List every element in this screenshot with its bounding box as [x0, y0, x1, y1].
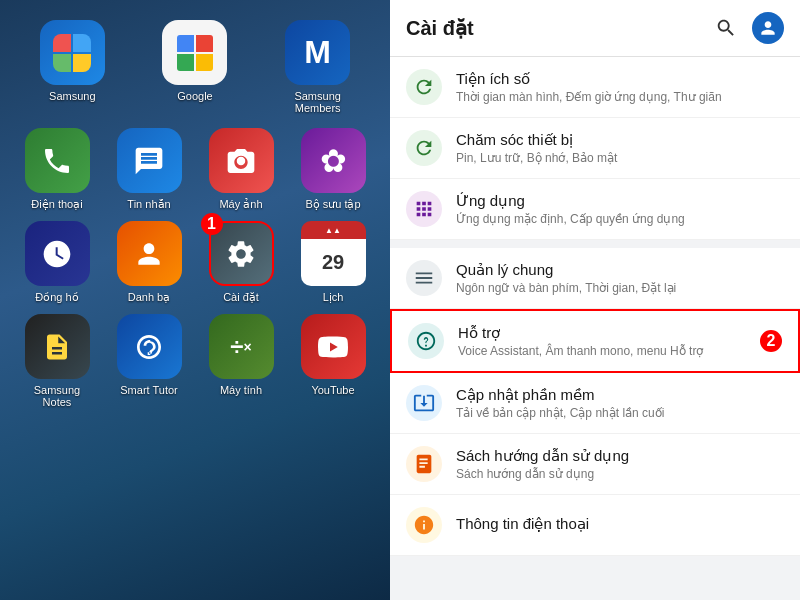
smart-tutor-icon: [117, 314, 182, 379]
user-avatar[interactable]: [752, 12, 784, 44]
app-row-1: Samsung Google M SamsungMembers: [10, 20, 380, 114]
app-row-4: SamsungNotes Smart Tutor ÷× Máy tính You…: [10, 314, 380, 408]
google-grid: [177, 35, 213, 71]
cham-soc-subtitle: Pin, Lưu trữ, Bộ nhớ, Bảo mật: [456, 151, 784, 165]
settings-item-sach-huong-dan[interactable]: Sách hướng dẫn sử dụng Sách hướng dẫn sử…: [390, 434, 800, 495]
ho-tro-title: Hỗ trợ: [458, 324, 742, 342]
settings-header: Cài đặt: [390, 0, 800, 57]
ung-dung-subtitle: Ứng dụng mặc định, Cấp quyền ứng dụng: [456, 212, 784, 226]
messages-icon: [117, 128, 182, 193]
camera-label: Máy ảnh: [219, 198, 262, 211]
app-notes[interactable]: SamsungNotes: [15, 314, 99, 408]
thong-tin-title: Thông tin điện thoại: [456, 515, 784, 533]
tien-ich-so-content: Tiện ích số Thời gian màn hình, Đếm giờ …: [456, 70, 784, 104]
app-samsung[interactable]: Samsung: [15, 20, 130, 114]
clock-label: Đồng hồ: [35, 291, 78, 304]
clock-icon: [25, 221, 90, 286]
ung-dung-content: Ứng dụng Ứng dụng mặc định, Cấp quyền ứn…: [456, 192, 784, 226]
contacts-label: Danh bạ: [128, 291, 170, 304]
quan-ly-content: Quản lý chung Ngôn ngữ và bàn phím, Thời…: [456, 261, 784, 295]
calendar-label: Lịch: [323, 291, 344, 304]
cap-nhat-subtitle: Tải về bản cập nhật, Cập nhật lần cuối: [456, 406, 784, 420]
app-clock[interactable]: Đồng hồ: [15, 221, 99, 304]
app-camera[interactable]: Máy ảnh: [199, 128, 283, 211]
samsung-members-label: SamsungMembers: [294, 90, 340, 114]
app-settings[interactable]: 1 Cài đặt: [199, 221, 283, 304]
settings-item-tien-ich-so[interactable]: Tiện ích số Thời gian màn hình, Đếm giờ …: [390, 57, 800, 118]
settings-item-thong-tin[interactable]: Thông tin điện thoại: [390, 495, 800, 556]
thong-tin-content: Thông tin điện thoại: [456, 515, 784, 535]
calculator-label: Máy tính: [220, 384, 262, 396]
app-messages[interactable]: Tin nhắn: [107, 128, 191, 211]
youtube-label: YouTube: [311, 384, 354, 396]
notes-label: SamsungNotes: [34, 384, 80, 408]
google-label: Google: [177, 90, 212, 102]
ho-tro-subtitle: Voice Assistant, Âm thanh mono, menu Hỗ …: [458, 344, 742, 358]
tien-ich-so-subtitle: Thời gian màn hình, Đếm giờ ứng dụng, Th…: [456, 90, 784, 104]
home-screen: Samsung Google M SamsungMembers Điện tho…: [0, 0, 390, 600]
settings-label: Cài đặt: [223, 291, 259, 304]
settings-panel: Cài đặt Tiện ích số Thời gian màn hình, …: [390, 0, 800, 600]
tien-ich-so-icon: [406, 69, 442, 105]
ho-tro-icon: [408, 323, 444, 359]
app-youtube[interactable]: YouTube: [291, 314, 375, 408]
app-gallery[interactable]: ✿ Bộ sưu tập: [291, 128, 375, 211]
gallery-label: Bộ sưu tập: [305, 198, 360, 211]
settings-item-cap-nhat[interactable]: Cập nhật phần mềm Tải về bản cập nhật, C…: [390, 373, 800, 434]
smart-tutor-label: Smart Tutor: [120, 384, 177, 396]
ung-dung-icon: [406, 191, 442, 227]
settings-item-cham-soc[interactable]: Chăm sóc thiết bị Pin, Lưu trữ, Bộ nhớ, …: [390, 118, 800, 179]
cham-soc-title: Chăm sóc thiết bị: [456, 131, 784, 149]
sach-huong-dan-subtitle: Sách hướng dẫn sử dụng: [456, 467, 784, 481]
google-icon: [162, 20, 227, 85]
youtube-icon: [301, 314, 366, 379]
samsung-label: Samsung: [49, 90, 95, 102]
notes-icon: [25, 314, 90, 379]
camera-icon: [209, 128, 274, 193]
settings-item-ho-tro[interactable]: Hỗ trợ Voice Assistant, Âm thanh mono, m…: [390, 309, 800, 373]
settings-list: Tiện ích số Thời gian màn hình, Đếm giờ …: [390, 57, 800, 600]
sach-huong-dan-content: Sách hướng dẫn sử dụng Sách hướng dẫn sử…: [456, 447, 784, 481]
app-calculator[interactable]: ÷× Máy tính: [199, 314, 283, 408]
search-icon[interactable]: [712, 14, 740, 42]
settings-title: Cài đặt: [406, 16, 474, 40]
step1-badge: 1: [201, 213, 223, 235]
header-icons: [712, 12, 784, 44]
samsung-icon: [40, 20, 105, 85]
section-divider-1: [390, 240, 800, 248]
app-google[interactable]: Google: [138, 20, 253, 114]
cap-nhat-title: Cập nhật phần mềm: [456, 386, 784, 404]
app-row-3: Đồng hồ Danh bạ 1 Cài đặt ▲▲ 2: [10, 221, 380, 304]
messages-label: Tin nhắn: [127, 198, 170, 211]
quan-ly-subtitle: Ngôn ngữ và bàn phím, Thời gian, Đặt lại: [456, 281, 784, 295]
app-samsung-members[interactable]: M SamsungMembers: [260, 20, 375, 114]
app-contacts[interactable]: Danh bạ: [107, 221, 191, 304]
calendar-icon: ▲▲ 29: [301, 221, 366, 286]
tien-ich-so-title: Tiện ích số: [456, 70, 784, 88]
settings-item-ung-dung[interactable]: Ứng dụng Ứng dụng mặc định, Cấp quyền ứn…: [390, 179, 800, 240]
app-phone[interactable]: Điện thoại: [15, 128, 99, 211]
quan-ly-title: Quản lý chung: [456, 261, 784, 279]
sach-huong-dan-title: Sách hướng dẫn sử dụng: [456, 447, 784, 465]
app-row-2: Điện thoại Tin nhắn Máy ảnh ✿ Bộ sưu tập: [10, 128, 380, 211]
app-calendar[interactable]: ▲▲ 29 Lịch: [291, 221, 375, 304]
contacts-icon: [117, 221, 182, 286]
settings-item-quan-ly[interactable]: Quản lý chung Ngôn ngữ và bàn phím, Thời…: [390, 248, 800, 309]
phone-icon: [25, 128, 90, 193]
step2-badge: 2: [760, 330, 782, 352]
ho-tro-content: Hỗ trợ Voice Assistant, Âm thanh mono, m…: [458, 324, 742, 358]
cap-nhat-content: Cập nhật phần mềm Tải về bản cập nhật, C…: [456, 386, 784, 420]
sach-huong-dan-icon: [406, 446, 442, 482]
samsung-members-icon: M: [285, 20, 350, 85]
calculator-icon: ÷×: [209, 314, 274, 379]
thong-tin-icon: [406, 507, 442, 543]
cham-soc-content: Chăm sóc thiết bị Pin, Lưu trữ, Bộ nhớ, …: [456, 131, 784, 165]
phone-label: Điện thoại: [31, 198, 82, 211]
cap-nhat-icon: [406, 385, 442, 421]
app-smart-tutor[interactable]: Smart Tutor: [107, 314, 191, 408]
gallery-icon: ✿: [301, 128, 366, 193]
quan-ly-icon: [406, 260, 442, 296]
ung-dung-title: Ứng dụng: [456, 192, 784, 210]
cham-soc-icon: [406, 130, 442, 166]
